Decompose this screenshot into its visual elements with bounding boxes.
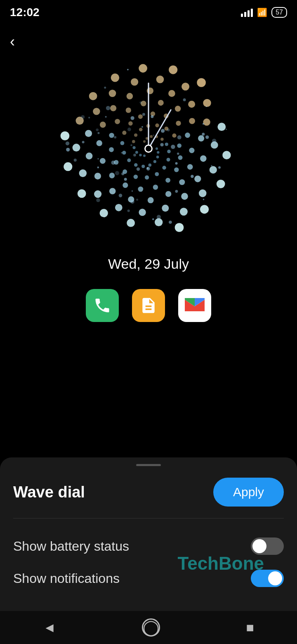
svg-point-165 [97, 132, 99, 134]
svg-point-36 [200, 205, 209, 214]
status-bar: 12:02 📶 57 [0, 0, 297, 19]
svg-point-76 [143, 140, 146, 143]
svg-point-1 [157, 151, 159, 154]
phone-app-icon[interactable] [86, 289, 119, 322]
svg-point-96 [175, 106, 181, 111]
minute-hand [148, 83, 149, 149]
svg-point-101 [181, 193, 188, 200]
svg-point-119 [152, 218, 154, 220]
svg-point-159 [203, 199, 205, 200]
svg-point-170 [119, 194, 123, 197]
svg-point-126 [131, 116, 134, 120]
svg-point-110 [111, 73, 119, 82]
svg-point-54 [138, 187, 143, 192]
svg-point-105 [94, 190, 101, 198]
svg-point-9 [120, 141, 125, 145]
nav-recent-button[interactable]: ■ [246, 620, 254, 635]
svg-point-130 [104, 87, 106, 89]
svg-point-106 [79, 169, 87, 177]
svg-point-139 [74, 159, 77, 161]
svg-point-86 [145, 175, 149, 180]
svg-point-52 [165, 178, 170, 183]
svg-point-44 [139, 128, 143, 131]
clock-center [144, 144, 153, 153]
svg-point-137 [151, 115, 153, 118]
svg-point-171 [81, 115, 85, 119]
gmail-app-icon[interactable] [178, 289, 211, 322]
svg-point-58 [97, 140, 102, 146]
svg-point-115 [114, 136, 116, 139]
svg-point-150 [218, 166, 221, 169]
svg-point-74 [64, 162, 72, 171]
svg-point-12 [138, 114, 143, 119]
svg-point-121 [130, 144, 132, 146]
divider-1 [13, 518, 284, 519]
svg-point-60 [110, 105, 116, 111]
svg-point-71 [127, 219, 135, 227]
svg-point-35 [217, 180, 225, 188]
back-button[interactable]: ‹ [10, 33, 15, 50]
svg-point-51 [174, 168, 179, 172]
nav-home-button[interactable]: ◯ [142, 618, 160, 637]
svg-point-8 [122, 151, 126, 154]
svg-point-21 [148, 197, 154, 204]
svg-point-49 [177, 144, 182, 148]
svg-point-2 [156, 156, 159, 159]
svg-point-50 [178, 155, 183, 160]
apply-button[interactable]: Apply [213, 478, 284, 507]
svg-point-3 [153, 160, 156, 163]
svg-point-173 [96, 128, 99, 131]
svg-point-152 [124, 178, 127, 181]
svg-point-70 [155, 218, 163, 226]
svg-point-78 [150, 135, 153, 138]
svg-point-55 [123, 182, 128, 188]
wifi-icon: 📶 [257, 7, 267, 17]
svg-point-163 [141, 126, 143, 128]
svg-point-32 [203, 99, 211, 107]
svg-point-57 [100, 158, 106, 164]
svg-point-151 [160, 143, 164, 147]
svg-point-39 [139, 154, 141, 156]
battery-status-toggle[interactable] [251, 537, 284, 555]
svg-point-0 [156, 147, 158, 150]
svg-point-123 [66, 142, 69, 145]
notifications-label: Show notifications [13, 571, 120, 586]
svg-point-166 [111, 161, 116, 165]
clock-widget [58, 58, 239, 239]
svg-point-143 [121, 152, 122, 154]
svg-point-26 [85, 130, 92, 137]
svg-point-61 [127, 93, 133, 99]
svg-point-138 [161, 129, 165, 133]
battery-status-label: Show battery status [13, 539, 129, 554]
svg-point-160 [96, 198, 100, 202]
signal-icon [241, 8, 253, 17]
svg-point-135 [133, 154, 136, 156]
svg-point-64 [188, 101, 195, 108]
svg-point-158 [211, 165, 212, 166]
svg-point-142 [226, 129, 227, 130]
svg-point-85 [155, 172, 159, 176]
svg-point-111 [139, 64, 147, 73]
svg-point-43 [134, 133, 137, 137]
svg-point-91 [109, 133, 114, 138]
nav-back-button[interactable]: ◄ [43, 620, 56, 635]
svg-point-41 [133, 146, 136, 149]
svg-point-134 [106, 106, 110, 110]
svg-point-48 [172, 133, 176, 137]
svg-point-144 [191, 175, 193, 178]
svg-point-40 [135, 151, 138, 154]
svg-point-133 [203, 123, 204, 125]
svg-point-75 [61, 131, 70, 140]
svg-point-129 [105, 116, 107, 118]
status-time: 12:02 [10, 6, 40, 19]
svg-point-93 [126, 107, 131, 113]
svg-point-67 [210, 166, 217, 173]
wave-dial-title: Wave dial [13, 483, 85, 501]
notes-app-icon[interactable] [132, 289, 165, 322]
svg-point-100 [194, 175, 201, 182]
svg-point-131 [177, 153, 179, 155]
svg-point-95 [158, 100, 164, 106]
svg-point-38 [143, 154, 146, 157]
svg-point-164 [130, 200, 134, 204]
svg-point-113 [197, 78, 206, 87]
